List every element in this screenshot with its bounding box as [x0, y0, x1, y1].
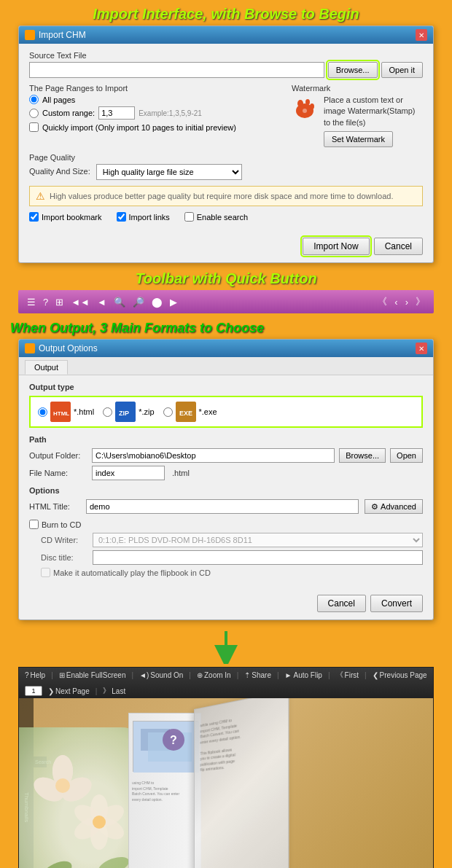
watermark-desc: Place a custom text or image Watermark(S…: [324, 95, 423, 128]
flipping-page-text: while using CHM toimport CHM, TemplateBa…: [200, 716, 241, 773]
share-tb-item[interactable]: ⇡ Share: [244, 671, 271, 679]
format-zip-label: *.zip: [139, 407, 154, 416]
tb-first-button[interactable]: 《: [376, 295, 389, 308]
tb-grid-button[interactable]: ⊞: [54, 297, 65, 308]
format-html-item[interactable]: HTML *.html: [38, 402, 94, 422]
convert-button[interactable]: Convert: [370, 595, 423, 612]
format-exe-radio[interactable]: [163, 407, 173, 417]
sound-tb-item[interactable]: ◄) Sound On: [139, 671, 183, 679]
disc-title-input[interactable]: [93, 550, 423, 565]
page-range-radio-group: All pages Custom range: Example:1,3,5,9-…: [29, 95, 277, 120]
tb-nav-right-button[interactable]: ›: [404, 297, 410, 308]
output-dialog-icon: [25, 343, 35, 353]
gear-icon: ⚙: [371, 502, 378, 512]
all-pages-option[interactable]: All pages: [29, 95, 277, 104]
tb-prev-prev-button[interactable]: ◄◄: [69, 297, 91, 308]
file-name-input[interactable]: [92, 466, 165, 480]
browse-button[interactable]: Browse...: [328, 62, 378, 78]
format-html-radio[interactable]: [38, 407, 47, 417]
fullscreen-label: Enable FullScreen: [66, 671, 126, 679]
svg-point-3: [310, 103, 314, 109]
output-cancel-button[interactable]: Cancel: [317, 595, 366, 612]
burn-cd-label[interactable]: Burn to CD: [29, 520, 423, 529]
source-text-input[interactable]: [29, 62, 324, 78]
tb-menu-button[interactable]: ☰: [26, 297, 37, 308]
output-tab-bar: Output: [19, 357, 433, 375]
fullscreen-tb-item[interactable]: ⊞ Enable FullScreen: [59, 671, 126, 679]
svg-point-26: [35, 856, 75, 868]
html-title-input[interactable]: [86, 499, 359, 514]
warning-icon: ⚠: [36, 190, 45, 202]
prev-tb-item[interactable]: ❮ Previous Page: [373, 671, 427, 679]
custom-range-option[interactable]: Custom range: Example:1,3,5,9-21: [29, 106, 277, 120]
arrow-down-svg: [208, 627, 244, 664]
advanced-button[interactable]: ⚙ Advanced: [365, 499, 423, 514]
quality-select[interactable]: High quality large file size Medium qual…: [96, 164, 242, 180]
burn-cd-checkbox[interactable]: [29, 520, 39, 529]
tb-last-button[interactable]: 》: [414, 295, 426, 308]
import-bookmark-option[interactable]: Import bookmark: [29, 212, 102, 222]
page-ranges-section: The Page Ranges to Import All pages Cust…: [29, 84, 277, 147]
custom-range-radio[interactable]: [29, 109, 39, 118]
output-body: Output type HTML *.html: [19, 375, 433, 590]
tb-play-button[interactable]: ▶: [168, 297, 179, 308]
sound-label: Sound On: [150, 671, 183, 679]
tab-output[interactable]: Output: [25, 360, 68, 375]
enable-search-label: Enable search: [197, 213, 248, 222]
dialog-close-button[interactable]: ✕: [416, 29, 427, 41]
tb-sep-4: |: [237, 671, 239, 679]
auto-play-row[interactable]: Make it automatically play the flipbook …: [29, 568, 423, 577]
disc-title-row: Disc title:: [29, 550, 423, 565]
set-watermark-button[interactable]: Set Watermark: [324, 131, 393, 147]
cd-writer-select[interactable]: 0:1:0,E: PLDS DVD-ROM DH-16D6S 8D11: [93, 533, 423, 547]
help-tb-item[interactable]: ? Help: [25, 671, 45, 679]
first-tb-item[interactable]: 《 First: [336, 670, 359, 680]
output-close-button[interactable]: ✕: [416, 343, 427, 354]
tb-circle-button[interactable]: ⬤: [150, 297, 164, 308]
openit-button[interactable]: Open it: [381, 62, 423, 78]
sound-icon: ◄): [139, 671, 149, 679]
watermark-text-area: Place a custom text or image Watermark(S…: [324, 95, 423, 147]
svg-text:ZIP: ZIP: [119, 410, 129, 417]
output-browse-button[interactable]: Browse...: [339, 448, 386, 463]
tb-sep-8: |: [96, 687, 98, 695]
import-dialog: Import CHM ✕ Source Text File Browse... …: [18, 26, 434, 263]
output-folder-label: Output Folder:: [29, 451, 87, 460]
tb-sep-2: |: [131, 671, 133, 679]
tb-sep-1: |: [51, 671, 53, 679]
source-label: Source Text File: [29, 51, 423, 60]
tb-zoom-out-button[interactable]: 🔎: [131, 297, 146, 308]
output-open-button[interactable]: Open: [390, 448, 423, 463]
import-cancel-button[interactable]: Cancel: [374, 238, 423, 255]
all-pages-radio[interactable]: [29, 95, 39, 104]
tb-nav-left-button[interactable]: ‹: [393, 297, 399, 308]
page-image-svg: ?: [133, 722, 199, 773]
page-number-input[interactable]: [25, 686, 42, 696]
tb-zoom-in-button[interactable]: 🔍: [112, 297, 127, 308]
import-bookmark-checkbox[interactable]: [29, 212, 39, 222]
help-tb-label: Help: [31, 671, 46, 679]
format-zip-item[interactable]: ZIP *.zip: [103, 402, 154, 422]
exe-icon-svg: EXE: [176, 402, 196, 422]
tb-help-button[interactable]: ?: [42, 297, 50, 308]
auto-play-checkbox[interactable]: [41, 568, 50, 577]
import-links-checkbox[interactable]: [117, 212, 126, 222]
custom-range-input[interactable]: [98, 106, 135, 120]
section1-title-area: Import Interface, with Browse to Begin: [0, 0, 452, 26]
format-exe-item[interactable]: EXE *.exe: [163, 402, 217, 422]
watermark-label: Watermark: [292, 84, 423, 93]
enable-search-option[interactable]: Enable search: [184, 212, 248, 222]
quickly-import-option[interactable]: Quickly import (Only import 10 pages to …: [29, 122, 277, 132]
last-tb-item[interactable]: 》 Last: [103, 686, 125, 696]
next-tb-item[interactable]: ❯ Next Page: [48, 687, 90, 695]
zoomin-tb-item[interactable]: ⊕ Zoom In: [197, 671, 231, 679]
flipbook-viewer: ? Help | ⊞ Enable FullScreen | ◄) Sound …: [18, 667, 434, 868]
tb-prev-button[interactable]: ◄: [96, 297, 108, 308]
quickly-import-checkbox[interactable]: [29, 122, 39, 132]
import-now-button[interactable]: Import Now: [303, 238, 369, 255]
output-folder-input[interactable]: [92, 448, 335, 463]
import-links-option[interactable]: Import links: [117, 212, 170, 222]
autoflip-tb-item[interactable]: ► Auto Flip: [285, 671, 322, 679]
enable-search-checkbox[interactable]: [184, 212, 194, 222]
format-zip-radio[interactable]: [103, 407, 112, 417]
